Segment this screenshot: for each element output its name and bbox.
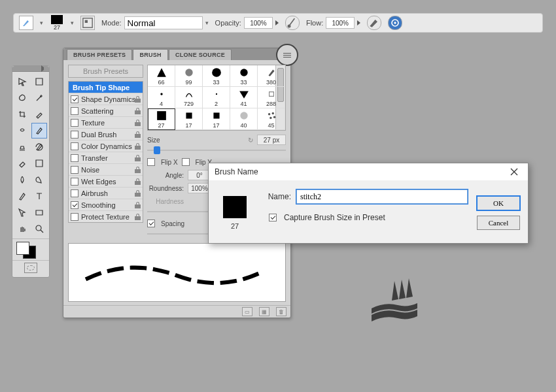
size-slider[interactable] bbox=[147, 148, 286, 153]
mode-select[interactable] bbox=[124, 16, 203, 29]
brush-thumb[interactable]: 17 bbox=[203, 108, 230, 130]
flow-value[interactable]: 100% bbox=[326, 17, 355, 29]
tab-brush[interactable]: BRUSH bbox=[133, 49, 168, 60]
ok-button[interactable]: OK bbox=[477, 196, 520, 210]
brush-thumb[interactable]: 40 bbox=[230, 108, 258, 130]
tool-stamp[interactable] bbox=[14, 139, 31, 155]
option-checkbox[interactable] bbox=[71, 154, 78, 162]
option-shape-dynamics[interactable]: Shape Dynamics bbox=[69, 93, 143, 105]
flow-slider-icon[interactable] bbox=[357, 20, 360, 25]
option-color-dynamics[interactable]: Color Dynamics bbox=[69, 140, 143, 152]
tool-marquee[interactable] bbox=[31, 74, 48, 90]
quick-mask-icon[interactable] bbox=[24, 263, 37, 273]
brush-thumb[interactable]: 17 bbox=[175, 108, 203, 130]
name-field[interactable] bbox=[296, 189, 468, 204]
tab-brush-presets[interactable]: BRUSH PRESETS bbox=[67, 49, 132, 60]
tool-text[interactable] bbox=[31, 188, 48, 204]
option-scattering[interactable]: Scattering bbox=[69, 105, 143, 117]
capture-size-checkbox[interactable] bbox=[269, 214, 277, 221]
brush-thumb[interactable]: 2 bbox=[203, 87, 230, 108]
tool-blur[interactable] bbox=[14, 172, 31, 188]
option-airbrush[interactable]: Airbrush bbox=[69, 188, 143, 199]
lock-icon[interactable] bbox=[135, 202, 141, 208]
tablet-size-icon[interactable] bbox=[388, 16, 402, 30]
lock-icon[interactable] bbox=[135, 178, 141, 185]
airbrush-toggle-icon[interactable] bbox=[367, 16, 381, 30]
tool-brush[interactable] bbox=[31, 123, 48, 139]
lock-icon[interactable] bbox=[135, 155, 141, 161]
tool-pen[interactable] bbox=[14, 188, 31, 204]
option-texture[interactable]: Texture bbox=[69, 117, 143, 129]
brush-thumb[interactable]: 41 bbox=[230, 87, 258, 108]
lock-icon[interactable] bbox=[135, 131, 141, 138]
color-swatches[interactable] bbox=[12, 238, 49, 260]
option-smoothing[interactable]: Smoothing bbox=[69, 199, 143, 211]
tool-hand[interactable] bbox=[14, 221, 31, 237]
tool-preset-picker[interactable] bbox=[19, 16, 33, 30]
lock-icon[interactable] bbox=[135, 120, 141, 126]
new-brush-icon[interactable]: ▦ bbox=[259, 307, 269, 316]
brush-panel-toggle-icon[interactable] bbox=[80, 16, 95, 30]
tool-crop[interactable] bbox=[14, 106, 31, 122]
opacity-slider-icon[interactable] bbox=[275, 20, 279, 25]
reset-size-icon[interactable]: ↻ bbox=[248, 137, 253, 144]
lock-icon[interactable] bbox=[135, 214, 141, 220]
option-checkbox[interactable] bbox=[71, 189, 78, 197]
panel-menu-icon[interactable] bbox=[276, 44, 298, 66]
tablet-opacity-icon[interactable] bbox=[285, 16, 300, 30]
tool-eyedropper[interactable] bbox=[31, 106, 48, 122]
opacity-value[interactable]: 100% bbox=[244, 17, 273, 29]
brush-thumb[interactable]: 99 bbox=[175, 65, 203, 87]
tool-gradient[interactable] bbox=[31, 155, 48, 171]
option-checkbox[interactable] bbox=[71, 95, 78, 103]
brush-preset-picker[interactable]: 27 bbox=[50, 15, 64, 31]
tool-lasso[interactable] bbox=[14, 90, 31, 106]
fg-swatch[interactable] bbox=[16, 242, 29, 255]
tool-eraser[interactable] bbox=[14, 155, 31, 171]
option-noise[interactable]: Noise bbox=[69, 164, 143, 176]
trash-icon[interactable]: 🗑 bbox=[276, 307, 287, 316]
lock-icon[interactable] bbox=[135, 167, 141, 173]
brush-thumb[interactable]: 45 bbox=[258, 108, 285, 130]
brush-tip-shape-row[interactable]: Brush Tip Shape bbox=[69, 82, 143, 93]
close-icon[interactable] bbox=[504, 165, 524, 178]
option-checkbox[interactable] bbox=[71, 142, 78, 150]
brush-presets-button[interactable]: Brush Presets bbox=[68, 65, 143, 78]
brush-thumb[interactable]: 27 bbox=[148, 108, 175, 130]
tool-dodge[interactable] bbox=[31, 172, 48, 188]
tool-move[interactable] bbox=[14, 74, 31, 90]
brush-thumb[interactable]: 66 bbox=[148, 65, 175, 87]
option-transfer[interactable]: Transfer bbox=[69, 152, 143, 164]
option-checkbox[interactable] bbox=[71, 201, 78, 209]
brush-thumb[interactable]: 729 bbox=[175, 87, 203, 108]
option-protect-texture[interactable]: Protect Texture bbox=[69, 211, 143, 222]
option-checkbox[interactable] bbox=[71, 213, 78, 221]
toggle-preview-icon[interactable]: ▭ bbox=[242, 307, 252, 316]
flipy-checkbox[interactable] bbox=[182, 158, 190, 166]
brush-thumb[interactable]: 4 bbox=[148, 87, 175, 108]
lock-icon[interactable] bbox=[135, 108, 141, 114]
tools-collapse-icon[interactable] bbox=[12, 66, 49, 72]
brush-thumb[interactable]: 288 bbox=[258, 87, 285, 108]
tool-healing[interactable] bbox=[14, 123, 31, 139]
brush-thumb[interactable]: 33 bbox=[230, 65, 258, 87]
tab-clone-source[interactable]: CLONE SOURCE bbox=[169, 49, 232, 60]
lock-icon[interactable] bbox=[135, 96, 141, 103]
option-wet-edges[interactable]: Wet Edges bbox=[69, 176, 143, 188]
tool-history-brush[interactable] bbox=[31, 139, 48, 155]
brush-thumb[interactable]: 380 bbox=[258, 65, 285, 87]
option-checkbox[interactable] bbox=[71, 119, 78, 127]
spacing-checkbox[interactable] bbox=[147, 220, 155, 227]
brush-thumb[interactable]: 33 bbox=[203, 65, 230, 87]
flipx-checkbox[interactable] bbox=[147, 158, 155, 166]
option-checkbox[interactable] bbox=[71, 178, 78, 186]
tool-path-select[interactable] bbox=[14, 204, 31, 220]
option-checkbox[interactable] bbox=[71, 166, 78, 174]
option-dual-brush[interactable]: Dual Brush bbox=[69, 129, 143, 140]
option-checkbox[interactable] bbox=[71, 107, 78, 115]
lock-icon[interactable] bbox=[135, 143, 141, 150]
tool-shape[interactable] bbox=[31, 204, 48, 220]
tool-magic-wand[interactable] bbox=[31, 90, 48, 106]
option-checkbox[interactable] bbox=[71, 131, 78, 139]
lock-icon[interactable] bbox=[135, 190, 141, 197]
